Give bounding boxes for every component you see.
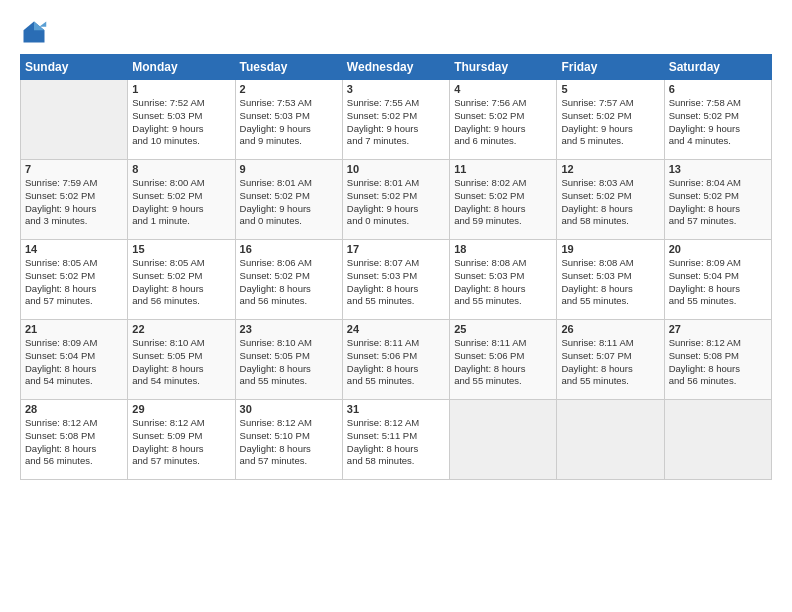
cell-line: Daylight: 8 hours (669, 363, 767, 376)
cell-line: Sunset: 5:02 PM (669, 110, 767, 123)
week-row-4: 21Sunrise: 8:09 AMSunset: 5:04 PMDayligh… (21, 320, 772, 400)
cell-line: Daylight: 8 hours (669, 203, 767, 216)
cell-line: Sunrise: 8:07 AM (347, 257, 445, 270)
day-cell: 19Sunrise: 8:08 AMSunset: 5:03 PMDayligh… (557, 240, 664, 320)
cell-line: Sunrise: 7:58 AM (669, 97, 767, 110)
day-number: 30 (240, 403, 338, 415)
day-number: 27 (669, 323, 767, 335)
cell-line: Sunset: 5:02 PM (561, 190, 659, 203)
day-cell: 9Sunrise: 8:01 AMSunset: 5:02 PMDaylight… (235, 160, 342, 240)
cell-line: Sunrise: 8:08 AM (454, 257, 552, 270)
cell-line: Daylight: 9 hours (132, 203, 230, 216)
cell-line: Sunrise: 7:53 AM (240, 97, 338, 110)
cell-line: Sunrise: 7:55 AM (347, 97, 445, 110)
cell-line: Sunset: 5:03 PM (240, 110, 338, 123)
cell-line: Daylight: 8 hours (561, 283, 659, 296)
cell-line: Daylight: 9 hours (347, 203, 445, 216)
cell-line: Daylight: 8 hours (561, 203, 659, 216)
cell-line: Sunset: 5:06 PM (454, 350, 552, 363)
cell-line: Sunrise: 8:10 AM (132, 337, 230, 350)
day-number: 4 (454, 83, 552, 95)
cell-line: and 7 minutes. (347, 135, 445, 148)
day-cell: 11Sunrise: 8:02 AMSunset: 5:02 PMDayligh… (450, 160, 557, 240)
cell-line: and 57 minutes. (240, 455, 338, 468)
week-row-5: 28Sunrise: 8:12 AMSunset: 5:08 PMDayligh… (21, 400, 772, 480)
day-cell: 30Sunrise: 8:12 AMSunset: 5:10 PMDayligh… (235, 400, 342, 480)
cell-line: Sunrise: 8:04 AM (669, 177, 767, 190)
day-number: 31 (347, 403, 445, 415)
cell-line: Daylight: 9 hours (454, 123, 552, 136)
cell-line: Sunrise: 7:56 AM (454, 97, 552, 110)
day-number: 19 (561, 243, 659, 255)
day-cell: 14Sunrise: 8:05 AMSunset: 5:02 PMDayligh… (21, 240, 128, 320)
cell-line: Daylight: 9 hours (347, 123, 445, 136)
day-cell: 13Sunrise: 8:04 AMSunset: 5:02 PMDayligh… (664, 160, 771, 240)
day-number: 7 (25, 163, 123, 175)
day-cell: 15Sunrise: 8:05 AMSunset: 5:02 PMDayligh… (128, 240, 235, 320)
day-cell: 31Sunrise: 8:12 AMSunset: 5:11 PMDayligh… (342, 400, 449, 480)
day-cell: 4Sunrise: 7:56 AMSunset: 5:02 PMDaylight… (450, 80, 557, 160)
cell-line: Sunset: 5:08 PM (669, 350, 767, 363)
day-number: 25 (454, 323, 552, 335)
cell-line: Daylight: 8 hours (132, 443, 230, 456)
day-cell: 3Sunrise: 7:55 AMSunset: 5:02 PMDaylight… (342, 80, 449, 160)
cell-line: Daylight: 9 hours (669, 123, 767, 136)
day-number: 2 (240, 83, 338, 95)
cell-line: Sunrise: 8:12 AM (25, 417, 123, 430)
cell-line: and 9 minutes. (240, 135, 338, 148)
cell-line: Sunset: 5:11 PM (347, 430, 445, 443)
cell-line: and 59 minutes. (454, 215, 552, 228)
cell-line: and 55 minutes. (561, 295, 659, 308)
cell-line: and 56 minutes. (132, 295, 230, 308)
cell-line: and 55 minutes. (454, 295, 552, 308)
cell-line: and 58 minutes. (347, 455, 445, 468)
day-number: 15 (132, 243, 230, 255)
header-cell-sunday: Sunday (21, 55, 128, 80)
cell-line: Daylight: 8 hours (347, 443, 445, 456)
calendar-table: SundayMondayTuesdayWednesdayThursdayFrid… (20, 54, 772, 480)
cell-line: Sunrise: 8:10 AM (240, 337, 338, 350)
cell-line: and 5 minutes. (561, 135, 659, 148)
cell-line: Daylight: 8 hours (240, 363, 338, 376)
week-row-2: 7Sunrise: 7:59 AMSunset: 5:02 PMDaylight… (21, 160, 772, 240)
day-number: 18 (454, 243, 552, 255)
cell-line: Sunset: 5:02 PM (454, 190, 552, 203)
calendar-page: SundayMondayTuesdayWednesdayThursdayFrid… (0, 0, 792, 612)
day-cell: 20Sunrise: 8:09 AMSunset: 5:04 PMDayligh… (664, 240, 771, 320)
header-row: SundayMondayTuesdayWednesdayThursdayFrid… (21, 55, 772, 80)
cell-line: Sunset: 5:02 PM (240, 190, 338, 203)
cell-line: Sunset: 5:02 PM (132, 190, 230, 203)
cell-line: Sunset: 5:02 PM (347, 190, 445, 203)
week-row-3: 14Sunrise: 8:05 AMSunset: 5:02 PMDayligh… (21, 240, 772, 320)
cell-line: Sunset: 5:03 PM (347, 270, 445, 283)
cell-line: Sunrise: 7:59 AM (25, 177, 123, 190)
day-number: 6 (669, 83, 767, 95)
cell-line: Sunrise: 8:09 AM (25, 337, 123, 350)
cell-line: and 56 minutes. (669, 375, 767, 388)
day-cell: 28Sunrise: 8:12 AMSunset: 5:08 PMDayligh… (21, 400, 128, 480)
cell-line: Sunset: 5:06 PM (347, 350, 445, 363)
cell-line: Sunset: 5:05 PM (132, 350, 230, 363)
day-cell: 6Sunrise: 7:58 AMSunset: 5:02 PMDaylight… (664, 80, 771, 160)
logo (20, 18, 52, 46)
day-number: 5 (561, 83, 659, 95)
cell-line: and 56 minutes. (25, 455, 123, 468)
cell-line: Daylight: 8 hours (132, 363, 230, 376)
cell-line: Sunset: 5:03 PM (561, 270, 659, 283)
day-number: 1 (132, 83, 230, 95)
cell-line: and 1 minute. (132, 215, 230, 228)
day-cell (450, 400, 557, 480)
day-number: 11 (454, 163, 552, 175)
cell-line: Daylight: 8 hours (669, 283, 767, 296)
header-cell-saturday: Saturday (664, 55, 771, 80)
header-cell-thursday: Thursday (450, 55, 557, 80)
day-number: 12 (561, 163, 659, 175)
cell-line: Daylight: 8 hours (240, 283, 338, 296)
day-cell: 8Sunrise: 8:00 AMSunset: 5:02 PMDaylight… (128, 160, 235, 240)
day-number: 20 (669, 243, 767, 255)
cell-line: Sunrise: 8:08 AM (561, 257, 659, 270)
day-number: 9 (240, 163, 338, 175)
day-cell: 10Sunrise: 8:01 AMSunset: 5:02 PMDayligh… (342, 160, 449, 240)
day-number: 26 (561, 323, 659, 335)
cell-line: Daylight: 8 hours (561, 363, 659, 376)
